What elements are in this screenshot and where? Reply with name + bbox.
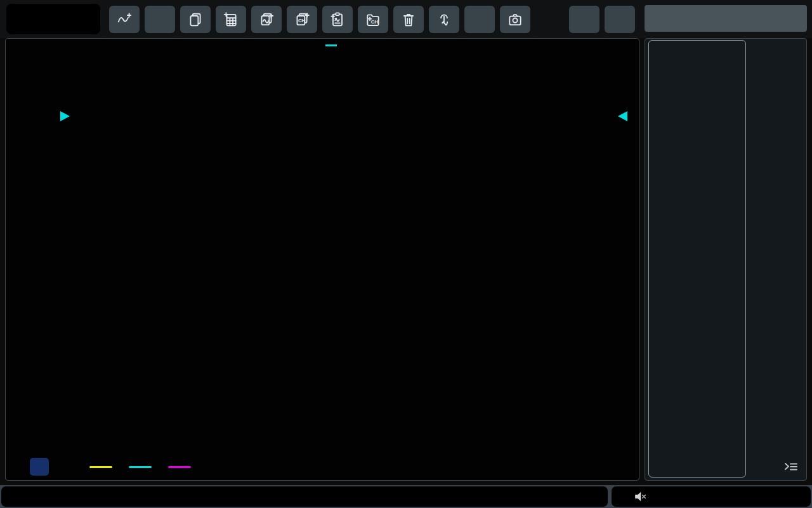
channel-folder-icon: CH	[365, 11, 381, 28]
copy-trace-icon	[258, 11, 275, 28]
add-channel-button[interactable]	[145, 6, 175, 33]
camera-icon	[507, 11, 523, 28]
trace1-swatch	[89, 466, 112, 468]
screenshot-button[interactable]	[500, 6, 530, 33]
copy-trace-button[interactable]	[251, 6, 282, 33]
status-bar	[0, 485, 812, 508]
touch-button[interactable]	[429, 6, 459, 33]
channel-footer	[25, 457, 632, 477]
ref-level-marker-left[interactable]	[60, 111, 70, 121]
save-submenu	[648, 40, 746, 478]
svg-text:CH: CH	[371, 18, 379, 24]
speaker-muted-icon[interactable]	[634, 491, 647, 502]
copy-button[interactable]	[180, 6, 211, 33]
rigol-logo	[6, 4, 100, 34]
add-trace-icon	[116, 11, 133, 28]
menu-expand-icon[interactable]	[781, 458, 801, 476]
channel-folder-button[interactable]: CH	[358, 6, 388, 33]
copy-channel-icon: CH	[294, 11, 310, 28]
settings-panel	[645, 38, 807, 481]
trace2-active-badge	[325, 44, 337, 46]
measure-clipboard-icon	[329, 11, 346, 28]
system-status	[612, 486, 811, 507]
ref-level-marker-right[interactable]	[618, 111, 627, 121]
svg-text:CH: CH	[298, 17, 306, 23]
copy-channel-button[interactable]: CH	[287, 6, 317, 33]
trace2-swatch	[129, 466, 152, 468]
preset-button[interactable]	[569, 6, 599, 33]
trace2-header[interactable]	[325, 44, 346, 46]
copy-icon	[187, 11, 204, 28]
new-table-button[interactable]	[216, 6, 246, 33]
add-trace-button[interactable]	[109, 6, 140, 33]
trace3-swatch	[168, 466, 191, 468]
auto-scale-button[interactable]	[464, 6, 495, 33]
vna-screen: CH CH	[0, 0, 812, 508]
measurement-area	[5, 38, 639, 481]
trash-icon	[400, 11, 417, 28]
help-button[interactable]	[605, 6, 635, 33]
settings-dropdown[interactable]	[645, 5, 807, 32]
measure-clipboard-button[interactable]	[322, 6, 353, 33]
new-table-icon	[223, 11, 239, 28]
plot-grid[interactable]	[72, 79, 616, 453]
touch-icon	[436, 11, 452, 28]
status-items	[1, 486, 608, 507]
channel-badge[interactable]	[30, 458, 49, 476]
top-toolbar: CH CH	[0, 0, 812, 38]
delete-button[interactable]	[393, 6, 424, 33]
